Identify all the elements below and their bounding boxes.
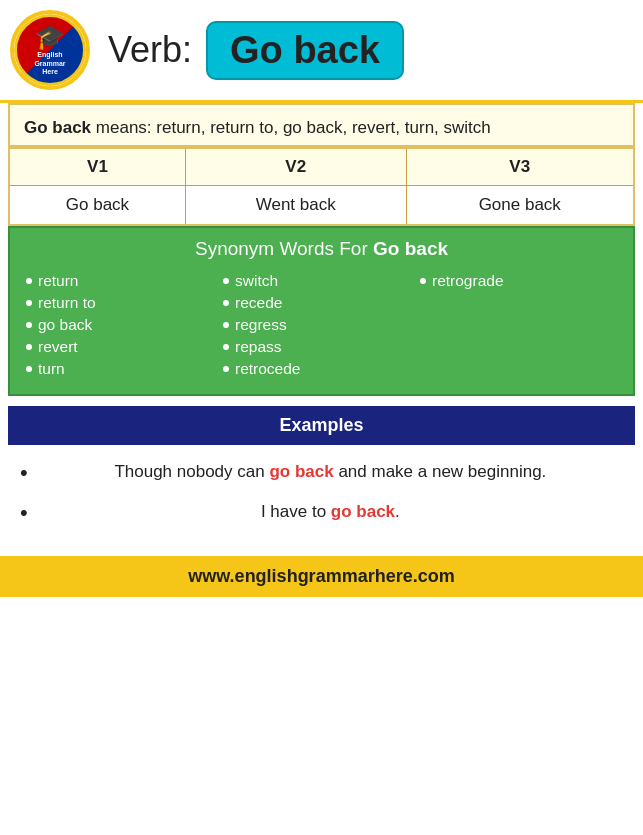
list-item: switch [223,270,420,292]
list-item: revert [26,336,223,358]
verb-label: Verb: [108,29,192,71]
example-item-2: • I have to go back. [20,499,623,528]
synonym-title-plain: Synonym Words For [195,238,373,259]
highlight-go-back-2: go back [331,502,395,521]
table-cell-v1: Go back [9,185,185,225]
footer: www.englishgrammarhere.com [0,556,643,597]
list-item: recede [223,292,420,314]
synonym-title-bold: Go back [373,238,448,259]
bullet-icon: • [20,459,28,488]
bullet-icon [26,322,32,328]
bullet-icon [26,300,32,306]
verb-name: Go back [230,29,380,71]
list-item: retrocede [223,358,420,380]
bullet-icon [223,278,229,284]
list-item: go back [26,314,223,336]
synonym-section: Synonym Words For Go back return return … [8,226,635,396]
means-text: Go back means: return, return to, go bac… [24,115,619,141]
examples-title: Examples [279,415,363,435]
bullet-icon: • [20,499,28,528]
table-header-v1: V1 [9,148,185,186]
table-cell-v3: Gone back [406,185,634,225]
list-item: retrograde [420,270,617,292]
example-text-2: I have to go back. [38,499,623,525]
table-header-v3: V3 [406,148,634,186]
bullet-icon [420,278,426,284]
bullet-icon [223,300,229,306]
synonym-col-3: retrograde [420,270,617,380]
synonym-col-2: switch recede regress repass retrocede [223,270,420,380]
table-cell-v2: Went back [185,185,406,225]
examples-header: Examples [8,406,635,445]
synonym-col-1: return return to go back revert turn [26,270,223,380]
synonym-columns: return return to go back revert turn swi… [26,270,617,380]
list-item: repass [223,336,420,358]
verb-forms-table: V1 V2 V3 Go back Went back Gone back [8,147,635,226]
table-header-v2: V2 [185,148,406,186]
list-item: turn [26,358,223,380]
list-item: regress [223,314,420,336]
bullet-icon [223,322,229,328]
examples-body: • Though nobody can go back and make a n… [0,445,643,550]
verb-name-box: Go back [206,21,404,80]
bullet-icon [26,344,32,350]
bullet-icon [26,366,32,372]
highlight-go-back-1: go back [269,462,333,481]
means-section: Go back means: return, return to, go bac… [8,103,635,147]
list-item: return [26,270,223,292]
bullet-icon [26,278,32,284]
example-text-1: Though nobody can go back and make a new… [38,459,623,485]
bullet-icon [223,366,229,372]
header: 🎓 EnglishGrammarHere Verb: Go back [0,0,643,103]
means-description: means: return, return to, go back, rever… [91,118,491,137]
footer-url: www.englishgrammarhere.com [188,566,454,586]
list-item: return to [26,292,223,314]
example-item-1: • Though nobody can go back and make a n… [20,459,623,488]
synonym-title: Synonym Words For Go back [26,238,617,260]
means-bold: Go back [24,118,91,137]
bullet-icon [223,344,229,350]
logo: 🎓 EnglishGrammarHere [10,10,90,90]
